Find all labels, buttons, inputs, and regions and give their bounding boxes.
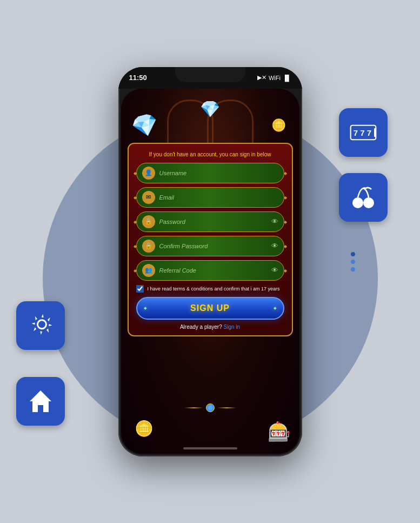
dot-3 xyxy=(351,267,355,272)
home-symbol-icon xyxy=(27,388,54,415)
phone-frame: 11:50 ▶✕ WiFi ▐▌ 💎 💎 🪙 If you don't have… xyxy=(118,67,302,456)
slots-icon-button[interactable]: 7 7 7 xyxy=(339,108,388,157)
referral-code-icon: 👥 xyxy=(142,264,155,277)
phone-notch xyxy=(175,67,245,82)
wifi-icon: WiFi xyxy=(269,75,281,81)
slot-machine-decoration: 🎰 xyxy=(268,421,291,443)
dot-2 xyxy=(351,260,355,264)
svg-text:7: 7 xyxy=(354,128,358,137)
phone-screen: 💎 💎 🪙 If you don't have an account, you … xyxy=(121,89,299,454)
confirm-password-eye-icon[interactable]: 👁 xyxy=(271,242,278,250)
home-icon-button[interactable] xyxy=(16,377,65,426)
username-input[interactable] xyxy=(159,170,278,176)
slots-symbol-icon: 7 7 7 xyxy=(350,119,377,146)
dot-1 xyxy=(351,252,355,256)
gear-icon-button[interactable] xyxy=(16,301,65,350)
svg-rect-4 xyxy=(374,128,376,137)
confirm-password-icon: 🔒 xyxy=(142,240,155,253)
svg-text:7: 7 xyxy=(367,128,371,137)
terms-checkbox-row: I have read terms & conditions and confi… xyxy=(136,285,284,293)
referral-code-eye-icon[interactable]: 👁 xyxy=(271,266,278,274)
username-icon: 👤 xyxy=(142,167,155,180)
email-input[interactable] xyxy=(159,194,278,201)
password-eye-icon[interactable]: 👁 xyxy=(271,217,278,226)
password-input[interactable] xyxy=(159,219,271,225)
status-time: 11:50 xyxy=(129,74,147,82)
pagination-dots xyxy=(351,252,355,272)
terms-checkbox[interactable] xyxy=(136,285,144,293)
bottom-deco-line-right xyxy=(217,407,236,408)
form-subtitle: If you don't have an account, you can si… xyxy=(136,151,284,157)
svg-point-5 xyxy=(352,197,363,208)
email-icon: ✉ xyxy=(142,191,155,204)
battery-icon: ▐▌ xyxy=(283,75,291,81)
email-input-row: ✉ xyxy=(136,187,284,208)
svg-text:7: 7 xyxy=(360,128,364,137)
status-icons: ▶✕ WiFi ▐▌ xyxy=(257,74,291,81)
bottom-decoration xyxy=(183,400,237,416)
terms-label: I have read terms & conditions and confi… xyxy=(148,286,280,292)
password-icon: 🔒 xyxy=(142,215,155,228)
svg-marker-8 xyxy=(30,390,51,412)
signin-link[interactable]: Sign in xyxy=(224,324,241,330)
coin-bottom-decoration: 🪙 xyxy=(135,420,154,438)
home-bar xyxy=(183,447,237,449)
bottom-deco-line-left xyxy=(184,407,203,408)
signal-icon: ▶✕ xyxy=(257,74,266,81)
gear-symbol-icon xyxy=(28,308,59,339)
signup-button[interactable]: SIGN UP xyxy=(136,297,284,320)
already-player-text: Already a player? xyxy=(180,324,222,330)
svg-point-6 xyxy=(363,197,374,208)
svg-point-7 xyxy=(38,318,49,328)
signup-form-panel: If you don't have an account, you can si… xyxy=(128,143,293,336)
diamond-top-decoration: 💎 xyxy=(200,100,220,118)
cherry-icon-button[interactable] xyxy=(339,173,388,222)
confirm-password-input[interactable] xyxy=(159,243,271,249)
username-input-row: 👤 xyxy=(136,163,284,183)
referral-code-input[interactable] xyxy=(159,267,271,274)
cherry-symbol-icon xyxy=(350,184,377,211)
bottom-gem xyxy=(206,403,215,412)
coin-top-right-decoration: 🪙 xyxy=(271,118,286,133)
already-player-row: Already a player? Sign in xyxy=(136,324,284,330)
referral-code-input-row: 👥 👁 xyxy=(136,260,284,281)
confirm-password-input-row: 🔒 👁 xyxy=(136,236,284,256)
password-input-row: 🔒 👁 xyxy=(136,211,284,232)
